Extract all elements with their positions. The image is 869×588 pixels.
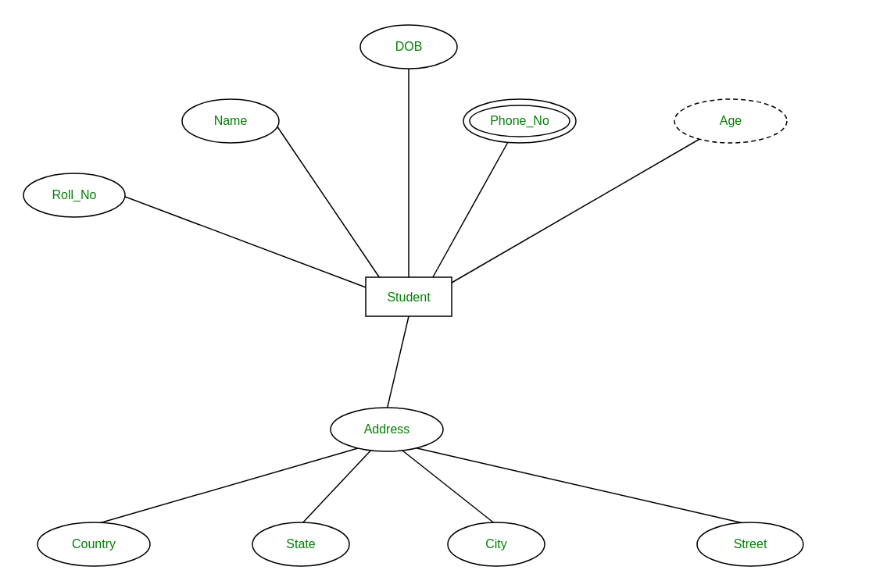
phone-label: Phone_No (490, 114, 549, 128)
line-address-street (410, 447, 750, 525)
line-student-address (387, 316, 409, 410)
dob-label: DOB (395, 40, 423, 53)
country-label: Country (72, 537, 116, 551)
address-label: Address (364, 422, 410, 436)
street-label: Street (734, 537, 767, 551)
line-address-city (399, 447, 496, 525)
er-diagram: Student DOB Name Phone_No Age Roll_No Ad… (0, 0, 869, 588)
state-label: State (286, 537, 315, 551)
name-label: Name (214, 114, 248, 127)
line-address-state (301, 447, 374, 525)
rollno-label: Roll_No (52, 188, 97, 202)
line-student-phone (430, 121, 520, 283)
line-student-rollno (121, 195, 366, 287)
city-label: City (485, 537, 507, 551)
age-label: Age (720, 114, 742, 127)
student-label: Student (387, 290, 431, 304)
line-student-age (452, 121, 731, 283)
line-address-country (94, 447, 363, 525)
